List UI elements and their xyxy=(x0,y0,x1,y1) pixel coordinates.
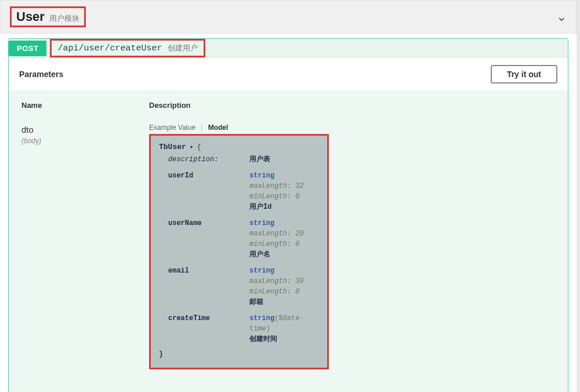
param-table-header: Name Description xyxy=(21,101,555,110)
model-name: TbUser xyxy=(159,141,186,153)
brace-close: } xyxy=(159,349,319,360)
param-row: dto (body) Example Value | Model TbUser xyxy=(21,124,555,369)
http-method-badge: POST xyxy=(9,41,46,56)
model-schema-box: TbUser ▾ { description: 用户表 userId xyxy=(149,134,329,369)
model-desc-key: description: xyxy=(168,154,249,165)
field-userName-key: userName xyxy=(168,218,249,260)
param-location: (body) xyxy=(21,137,149,145)
field-userId-max: maxLength: 32 xyxy=(249,182,304,190)
field-email-zh: 邮箱 xyxy=(249,298,263,306)
field-userName-min: minLength: 0 xyxy=(249,240,299,248)
tag-name: User xyxy=(16,9,45,24)
field-email-min: minLength: 0 xyxy=(249,288,299,296)
type-string: string xyxy=(249,267,274,275)
tag-header[interactable]: User 用户模块 ⌄ xyxy=(0,0,577,34)
param-name: dto xyxy=(21,124,149,136)
tab-example-value[interactable]: Example Value xyxy=(149,124,195,132)
operation-header[interactable]: POST /api/user/createUser 创建用户 xyxy=(9,39,568,57)
parameters-heading: Parameters xyxy=(19,70,63,79)
brace-open: { xyxy=(197,142,201,153)
type-string: string xyxy=(249,219,274,227)
field-email-max: maxLength: 30 xyxy=(249,277,304,285)
field-userId-key: userId xyxy=(168,170,249,212)
field-userId-min: minLength: 0 xyxy=(249,193,299,201)
field-userId-zh: 用户Id xyxy=(249,203,271,211)
model-collapse-icon[interactable]: ▾ xyxy=(190,143,194,153)
operation-summary: 创建用户 xyxy=(168,43,198,53)
field-userName-zh: 用户名 xyxy=(249,251,270,259)
operation-block: POST /api/user/createUser 创建用户 Parameter… xyxy=(8,38,568,392)
field-createTime-zh: 创建时间 xyxy=(249,335,277,343)
tab-model[interactable]: Model xyxy=(208,124,229,132)
type-string: string xyxy=(249,314,274,322)
model-desc-val: 用户表 xyxy=(249,154,319,165)
chevron-down-icon[interactable]: ⌄ xyxy=(556,9,567,24)
col-desc-header: Description xyxy=(149,101,555,110)
field-userName-max: maxLength: 20 xyxy=(249,230,304,238)
operation-path: /api/user/createUser xyxy=(57,43,162,53)
type-string: string xyxy=(249,172,274,180)
col-name-header: Name xyxy=(21,101,149,110)
try-it-out-button[interactable]: Try it out xyxy=(491,65,557,84)
tag-description: 用户模块 xyxy=(49,13,79,24)
field-createTime-key: createTime xyxy=(168,313,249,344)
tab-separator: | xyxy=(201,124,202,132)
field-email-key: email xyxy=(168,266,249,307)
